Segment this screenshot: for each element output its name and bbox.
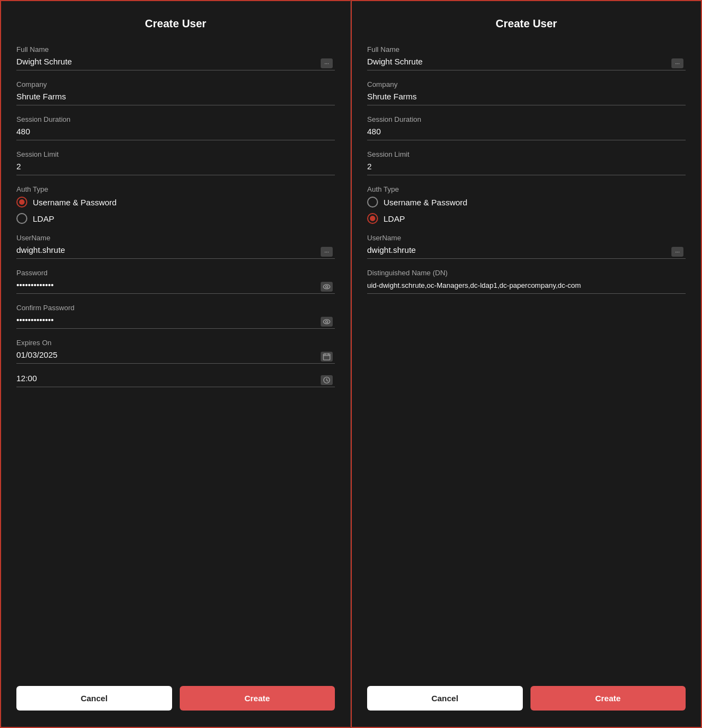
right-dn-input[interactable] — [367, 281, 686, 289]
left-fullname-input-wrapper[interactable]: ··· — [16, 57, 335, 70]
right-auth-type-label: Auth Type — [367, 185, 686, 193]
right-company-group: Company — [367, 80, 686, 105]
left-username-input[interactable] — [16, 245, 335, 254]
left-company-group: Company — [16, 80, 335, 105]
left-username-label: UserName — [16, 234, 335, 242]
left-panel-title: Create User — [16, 17, 335, 30]
svg-point-2 — [323, 319, 330, 324]
left-password-group: Password — [16, 269, 335, 294]
left-confirm-password-group: Confirm Password — [16, 304, 335, 329]
right-session-limit-input[interactable] — [367, 162, 686, 171]
right-company-label: Company — [367, 80, 686, 88]
left-username-input-wrapper[interactable]: ··· — [16, 245, 335, 259]
svg-point-0 — [323, 285, 330, 289]
left-radio-username-circle[interactable] — [16, 197, 27, 208]
right-dn-group: Distinguished Name (DN) — [367, 269, 686, 294]
right-create-button[interactable]: Create — [530, 686, 686, 711]
right-radio-username[interactable]: Username & Password — [367, 197, 686, 208]
right-radio-ldap-label: LDAP — [384, 214, 405, 223]
svg-point-1 — [326, 286, 328, 288]
right-radio-username-label: Username & Password — [384, 198, 467, 207]
right-radio-ldap-circle[interactable] — [367, 213, 378, 224]
left-auth-type-group: Auth Type Username & Password LDAP — [16, 185, 335, 224]
right-company-input[interactable] — [367, 92, 686, 101]
left-company-input[interactable] — [16, 92, 335, 101]
left-fullname-group: Full Name ··· — [16, 45, 335, 70]
left-password-input[interactable] — [16, 280, 335, 289]
left-session-limit-group: Session Limit — [16, 150, 335, 175]
right-session-limit-input-wrapper[interactable] — [367, 162, 686, 175]
left-time-input-wrapper[interactable] — [16, 374, 335, 387]
right-dn-input-wrapper[interactable] — [367, 280, 686, 294]
right-auth-type-group: Auth Type Username & Password LDAP — [367, 185, 686, 224]
right-username-input-wrapper[interactable]: ··· — [367, 245, 686, 259]
left-time-group — [16, 374, 335, 387]
left-radio-username-label: Username & Password — [33, 198, 116, 207]
left-company-input-wrapper[interactable] — [16, 92, 335, 105]
right-cancel-button[interactable]: Cancel — [367, 686, 523, 711]
left-username-icon[interactable]: ··· — [321, 247, 333, 257]
left-company-label: Company — [16, 80, 335, 88]
svg-line-10 — [327, 381, 328, 382]
left-expires-on-group: Expires On — [16, 339, 335, 364]
right-session-duration-label: Session Duration — [367, 115, 686, 123]
left-session-limit-label: Session Limit — [16, 150, 335, 158]
left-cancel-button[interactable]: Cancel — [16, 686, 172, 711]
left-radio-ldap[interactable]: LDAP — [16, 213, 335, 224]
left-session-duration-group: Session Duration — [16, 115, 335, 140]
svg-rect-4 — [323, 354, 330, 360]
left-expires-on-input[interactable] — [16, 350, 335, 359]
right-session-limit-group: Session Limit — [367, 150, 686, 175]
left-fullname-input[interactable] — [16, 57, 335, 66]
right-company-input-wrapper[interactable] — [367, 92, 686, 105]
left-confirm-password-label: Confirm Password — [16, 304, 335, 312]
right-fullname-label: Full Name — [367, 45, 686, 54]
right-username-label: UserName — [367, 234, 686, 242]
svg-point-3 — [326, 321, 328, 323]
right-radio-ldap[interactable]: LDAP — [367, 213, 686, 224]
left-confirm-password-input-wrapper[interactable] — [16, 315, 335, 329]
left-session-limit-input[interactable] — [16, 162, 335, 171]
left-username-group: UserName ··· — [16, 234, 335, 259]
left-radio-username[interactable]: Username & Password — [16, 197, 335, 208]
left-expires-on-input-wrapper[interactable] — [16, 350, 335, 364]
right-username-icon[interactable]: ··· — [671, 247, 683, 257]
right-session-limit-label: Session Limit — [367, 150, 686, 158]
right-dn-label: Distinguished Name (DN) — [367, 269, 686, 277]
right-username-group: UserName ··· — [367, 234, 686, 259]
left-confirm-password-eye-icon[interactable] — [321, 317, 333, 327]
left-fullname-label: Full Name — [16, 45, 335, 54]
left-expires-on-label: Expires On — [16, 339, 335, 347]
right-fullname-icon[interactable]: ··· — [671, 58, 683, 68]
left-password-eye-icon[interactable] — [321, 282, 333, 292]
left-button-row: Cancel Create — [16, 675, 335, 711]
left-panel: Create User Full Name ··· Company Sessio… — [0, 0, 351, 728]
left-time-input[interactable] — [16, 374, 335, 383]
right-username-input[interactable] — [367, 245, 686, 254]
right-fullname-input-wrapper[interactable]: ··· — [367, 57, 686, 70]
left-confirm-password-input[interactable] — [16, 315, 335, 324]
left-session-limit-input-wrapper[interactable] — [16, 162, 335, 175]
right-session-duration-input-wrapper[interactable] — [367, 127, 686, 140]
right-radio-group: Username & Password LDAP — [367, 197, 686, 224]
left-clock-icon[interactable] — [321, 375, 333, 385]
left-radio-ldap-label: LDAP — [33, 214, 54, 223]
left-session-duration-label: Session Duration — [16, 115, 335, 123]
right-radio-username-circle[interactable] — [367, 197, 378, 208]
left-auth-type-label: Auth Type — [16, 185, 335, 193]
left-fullname-icon[interactable]: ··· — [321, 58, 333, 68]
right-session-duration-group: Session Duration — [367, 115, 686, 140]
right-fullname-input[interactable] — [367, 57, 686, 66]
right-session-duration-input[interactable] — [367, 127, 686, 136]
left-session-duration-input[interactable] — [16, 127, 335, 136]
right-panel: Create User Full Name ··· Company Sessio… — [351, 0, 702, 728]
right-fullname-group: Full Name ··· — [367, 45, 686, 70]
right-button-row: Cancel Create — [367, 675, 686, 711]
left-password-input-wrapper[interactable] — [16, 280, 335, 294]
left-radio-ldap-circle[interactable] — [16, 213, 27, 224]
left-create-button[interactable]: Create — [180, 686, 335, 711]
left-session-duration-input-wrapper[interactable] — [16, 127, 335, 140]
right-panel-title: Create User — [367, 17, 686, 30]
left-calendar-icon[interactable] — [321, 352, 333, 362]
left-password-label: Password — [16, 269, 335, 277]
